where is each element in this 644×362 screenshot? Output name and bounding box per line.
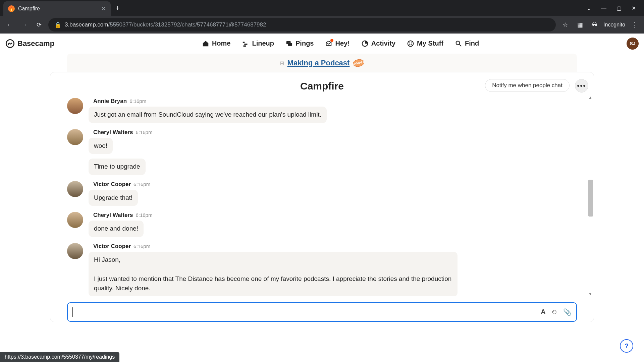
message-row: Annie Bryan6:16pmJust got an email from … [67,98,577,123]
back-button[interactable]: ← [4,19,15,30]
logo-text: Basecamp [17,39,54,48]
avatar-initials: SJ [630,41,635,46]
message-bubble[interactable]: Time to upgrade [89,159,146,175]
minimize-icon[interactable]: ― [601,5,606,11]
message-avatar[interactable] [67,98,83,114]
url-box[interactable]: 🔒 3.basecamp.com/5550377/buckets/3132579… [48,18,556,32]
message-avatar[interactable] [67,181,83,197]
tab-title: Campfire [18,6,98,12]
logo[interactable]: Basecamp [5,39,54,48]
attach-file-icon[interactable]: 📎 [563,308,572,316]
browser-tab[interactable]: 🔥 Campfire ✕ [3,1,111,16]
project-bar: ⊞ Making a Podcast SAMPLE [67,54,577,72]
nav-lineup[interactable]: Lineup [242,40,274,47]
svg-line-11 [460,44,462,46]
content-panel: Campfire Notify me when people chat ••• … [50,72,594,322]
message-bubble[interactable]: done and done! [89,221,144,237]
message-time: 6:16pm [133,181,150,187]
compose-bar[interactable]: A ☺ 📎 [67,302,577,322]
top-nav: Basecamp Home Lineup Pings Hey! Activity [0,34,644,54]
nav-find[interactable]: Find [455,40,479,47]
nav-home-label: Home [212,40,231,47]
nav-hey-label: Hey! [335,40,350,47]
message-body: Victor Cooper6:16pmUpgrade that! [89,181,150,206]
nav-activity[interactable]: Activity [361,40,395,47]
message-avatar[interactable] [67,212,83,228]
favicon-icon: 🔥 [8,5,15,12]
search-icon [455,40,462,47]
message-header: Cheryl Walters6:16pm [89,129,152,136]
scroll-down-icon[interactable]: ▼ [588,292,592,296]
message-row: Cheryl Walters6:16pmdone and done! [67,212,577,237]
extensions-icon[interactable]: ▦ [575,19,585,30]
message-row: Victor Cooper6:16pmUpgrade that! [67,181,577,206]
reload-button[interactable]: ⟳ [34,19,44,30]
project-grid-icon[interactable]: ⊞ [280,60,284,66]
message-body: Cheryl Walters6:16pmdone and done! [89,212,152,237]
message-author: Victor Cooper [93,243,131,250]
message-author: Victor Cooper [93,181,131,188]
message-avatar[interactable] [67,243,83,259]
svg-point-7 [408,41,414,46]
format-text-icon[interactable]: A [541,308,545,316]
nav-mystuff-label: My Stuff [417,40,443,47]
close-tab-icon[interactable]: ✕ [101,5,106,12]
notify-button[interactable]: Notify me when people chat [485,79,570,92]
close-window-icon[interactable]: ✕ [632,5,636,11]
user-avatar[interactable]: SJ [627,38,639,50]
svg-rect-2 [245,44,248,45]
lineup-icon [242,40,249,47]
svg-point-10 [456,41,460,45]
nav-pings-label: Pings [296,40,314,47]
nav-pings[interactable]: Pings [285,40,314,47]
message-time: 6:16pm [129,98,146,104]
nav-mystuff[interactable]: My Stuff [407,40,443,47]
window-controls: ⌄ ― ▢ ✕ [587,5,644,11]
message-time: 6:16pm [133,243,150,249]
messages-list[interactable]: Annie Bryan6:16pmJust got an email from … [50,95,594,296]
pings-icon [285,40,293,47]
sample-badge: SAMPLE [353,58,365,68]
message-body: Annie Bryan6:16pmJust got an email from … [89,98,327,123]
svg-rect-3 [244,45,246,47]
message-header: Victor Cooper6:16pm [89,243,458,250]
scroll-up-icon[interactable]: ▲ [588,95,592,100]
maximize-icon[interactable]: ▢ [616,5,622,11]
emoji-picker-icon[interactable]: ☺ [551,308,558,316]
activity-icon [361,40,369,47]
compose-input[interactable] [78,309,536,316]
main-nav: Home Lineup Pings Hey! Activity My Stuff [202,40,479,47]
scrollbar-thumb[interactable] [588,180,593,217]
project-link[interactable]: Making a Podcast [287,59,350,67]
svg-point-9 [411,42,412,43]
message-row: Cheryl Walters6:16pmwoo!Time to upgrade [67,129,577,175]
message-bubble[interactable]: woo! [89,138,113,154]
message-header: Victor Cooper6:16pm [89,181,150,188]
message-bubble[interactable]: Upgrade that! [89,190,138,206]
nav-activity-label: Activity [371,40,395,47]
nav-home[interactable]: Home [202,40,231,47]
browser-menu-icon[interactable]: ⋮ [629,19,640,30]
svg-rect-5 [288,43,292,46]
more-options-button[interactable]: ••• [575,79,588,93]
chevron-down-icon[interactable]: ⌄ [587,5,591,11]
basecamp-logo-icon [5,39,15,48]
message-avatar[interactable] [67,129,83,145]
message-author: Cheryl Walters [93,212,133,219]
svg-point-8 [409,42,410,43]
message-bubble[interactable]: Hi Jason, I just wanted to mention that … [89,252,458,297]
nav-hey[interactable]: Hey! [325,40,350,47]
content-header: Campfire Notify me when people chat ••• [50,76,594,95]
mystuff-icon [407,40,414,47]
incognito-indicator: 🕶 Incognito [592,22,625,28]
incognito-icon: 🕶 [592,22,597,28]
message-row: Victor Cooper6:16pmHi Jason, I just want… [67,243,577,297]
forward-button[interactable]: → [19,19,30,30]
lock-icon: 🔒 [54,21,61,28]
bookmark-icon[interactable]: ☆ [560,19,571,30]
help-button[interactable]: ? [620,339,633,353]
app: Basecamp Home Lineup Pings Hey! Activity [0,34,644,362]
browser-chrome: 🔥 Campfire ✕ + ⌄ ― ▢ ✕ ← → ⟳ 🔒 3.basecam… [0,0,644,34]
new-tab-button[interactable]: + [115,4,120,12]
message-bubble[interactable]: Just got an email from SoundCloud saying… [89,107,327,123]
